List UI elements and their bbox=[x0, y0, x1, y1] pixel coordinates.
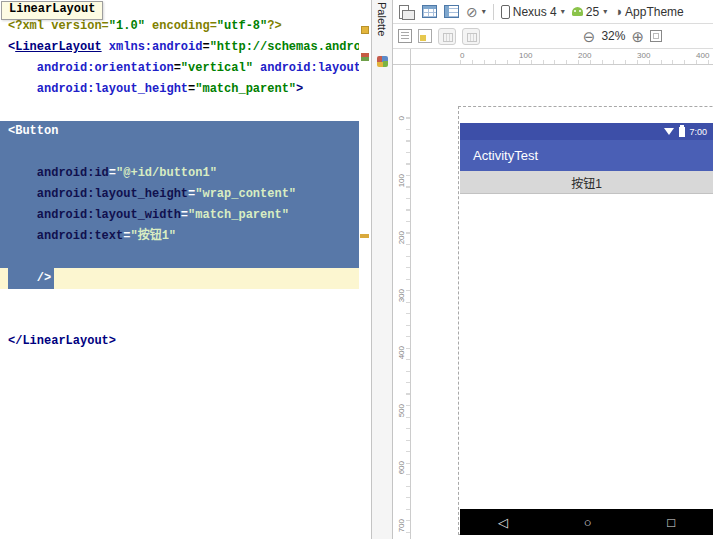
stripe-marker-icon[interactable] bbox=[361, 53, 369, 61]
nav-recents-icon: □ bbox=[667, 516, 675, 529]
grid-alt-view-icon[interactable] bbox=[444, 5, 459, 18]
nav-home-icon: ○ bbox=[584, 516, 592, 529]
app-bar: ActivityTest bbox=[460, 140, 713, 171]
chevron-down-icon: ▾ bbox=[482, 7, 486, 16]
horizontal-ruler: 0100200300400 bbox=[411, 49, 713, 65]
phone-icon bbox=[501, 5, 510, 19]
code-editor-panel[interactable]: LinearLayout <?xml version="1.0" encodin… bbox=[0, 0, 372, 539]
chevron-down-icon: ▾ bbox=[603, 7, 607, 16]
theme-icon: ◑ bbox=[614, 5, 622, 18]
xml-code[interactable]: <?xml version="1.0" encoding="utf-8"?><L… bbox=[0, 0, 371, 539]
android-icon bbox=[572, 7, 583, 16]
nav-bar: ◁ ○ □ bbox=[460, 509, 713, 535]
linearlayout-tag-label[interactable]: LinearLayout bbox=[1, 1, 103, 20]
design-toolbar-secondary: ⊖ 32% ⊕ bbox=[393, 24, 713, 49]
warning-marker[interactable] bbox=[360, 234, 369, 238]
api-level-selector[interactable]: 25 ▾ bbox=[572, 5, 607, 19]
status-bar: 7:00 bbox=[460, 123, 713, 140]
design-canvas[interactable]: 7:00 ActivityTest 按钮1 ◁ ○ □ bbox=[411, 65, 713, 539]
orientation-button[interactable] bbox=[397, 3, 415, 21]
disabled-action-button-2[interactable] bbox=[462, 28, 480, 45]
layout-options-button[interactable] bbox=[398, 29, 412, 43]
zoom-in-button[interactable]: ⊕ bbox=[631, 29, 644, 44]
palette-strip: Palette bbox=[372, 0, 393, 539]
status-time: 7:00 bbox=[689, 127, 707, 137]
preview-button[interactable]: 按钮1 bbox=[460, 171, 713, 194]
preview-button-label: 按钮1 bbox=[571, 174, 602, 191]
design-panel: ⊘ ▾ Nexus 4 ▾ 25 ▾ ◑ AppTheme bbox=[393, 0, 713, 539]
file-status-marker[interactable] bbox=[361, 26, 369, 34]
device-preview[interactable]: 7:00 ActivityTest 按钮1 ◁ ○ □ bbox=[460, 123, 713, 535]
design-surface-selector[interactable]: ⊘ ▾ bbox=[466, 5, 486, 19]
zoom-fit-button[interactable] bbox=[650, 30, 662, 42]
theme-selector[interactable]: ◑ AppTheme bbox=[614, 5, 684, 19]
device-label: Nexus 4 bbox=[513, 5, 557, 19]
design-body: 0100200300400500600700 7:00 ActivityTest… bbox=[393, 65, 713, 539]
ruler-row: 0100200300400 bbox=[393, 49, 713, 65]
ruler-corner bbox=[393, 49, 411, 65]
chevron-down-icon: ▾ bbox=[561, 7, 565, 16]
api-level-label: 25 bbox=[586, 5, 599, 19]
battery-icon bbox=[679, 127, 685, 137]
android-studio-layout-editor: LinearLayout <?xml version="1.0" encodin… bbox=[0, 0, 713, 539]
grid-view-icon[interactable] bbox=[422, 5, 437, 18]
preview-content bbox=[460, 194, 713, 509]
vertical-ruler: 0100200300400500600700 bbox=[393, 65, 411, 539]
nav-back-icon: ◁ bbox=[498, 516, 508, 529]
render-options-button[interactable] bbox=[418, 29, 432, 43]
zoom-out-button[interactable]: ⊖ bbox=[583, 29, 596, 44]
wifi-icon bbox=[664, 128, 674, 135]
error-stripe bbox=[359, 0, 371, 539]
disabled-action-button-1[interactable] bbox=[438, 28, 456, 45]
palette-tab-label: Palette bbox=[376, 2, 388, 52]
design-toolbar-primary: ⊘ ▾ Nexus 4 ▾ 25 ▾ ◑ AppTheme bbox=[393, 0, 713, 24]
circle-slash-icon: ⊘ bbox=[466, 5, 478, 19]
app-title: ActivityTest bbox=[473, 148, 538, 163]
device-selector[interactable]: Nexus 4 ▾ bbox=[501, 5, 565, 19]
palette-icon bbox=[377, 56, 388, 67]
toolbar-separator bbox=[493, 4, 494, 20]
zoom-controls: ⊖ 32% ⊕ bbox=[583, 29, 662, 44]
theme-label: AppTheme bbox=[625, 5, 684, 19]
palette-tool-window-tab[interactable]: Palette bbox=[372, 2, 392, 52]
zoom-level: 32% bbox=[601, 29, 625, 43]
